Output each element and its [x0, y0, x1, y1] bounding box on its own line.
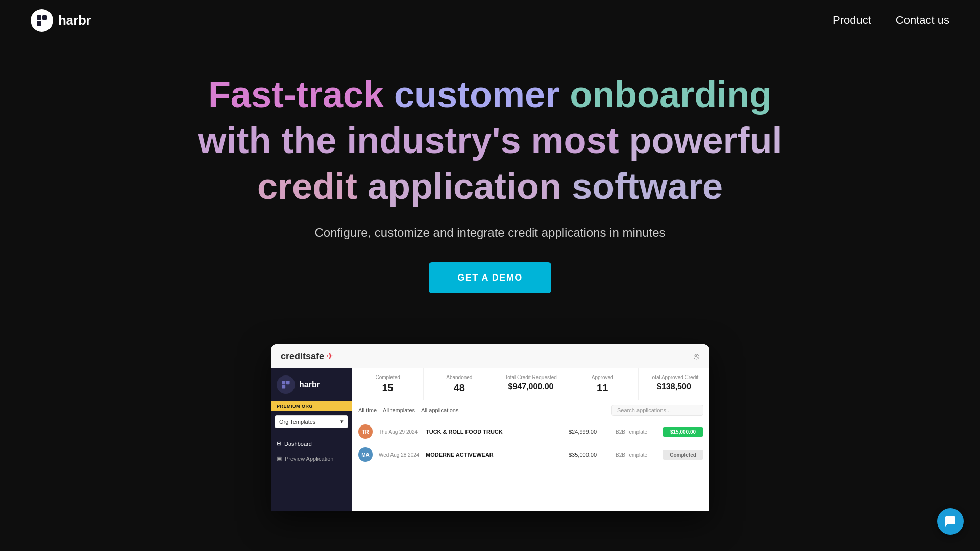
avatar-tr: TR: [358, 424, 373, 439]
row-name-0: TUCK & ROLL FOOD TRUCK: [426, 429, 562, 435]
sidebar-item-preview[interactable]: ▣ Preview Application: [271, 451, 352, 466]
filter-all-time[interactable]: All time: [358, 406, 377, 414]
sidebar: harbr PREMIUM ORG Org Templates ▾ ⊞ Dash…: [271, 368, 352, 511]
dashboard-body: harbr PREMIUM ORG Org Templates ▾ ⊞ Dash…: [271, 368, 709, 511]
svg-rect-2: [37, 21, 41, 26]
stat-abandoned: Abandoned 48: [424, 368, 495, 400]
svg-rect-5: [282, 385, 286, 389]
stat-abandoned-label: Abandoned: [432, 374, 486, 380]
row-amount-1: $35,000.00: [569, 452, 609, 458]
row-amount-0: $24,999.00: [569, 429, 609, 435]
hero-subtitle: Configure, customize and integrate credi…: [102, 226, 878, 240]
stat-approved-value: 11: [575, 382, 630, 394]
row-template-1: B2B Template: [616, 452, 656, 458]
sidebar-dropdown-label: Org Templates: [279, 419, 315, 425]
svg-rect-0: [37, 15, 41, 20]
stat-completed-label: Completed: [360, 374, 415, 380]
creditsafe-mark: ✈: [326, 350, 334, 362]
row-name-1: MODERNE ACTIVEWEAR: [426, 452, 562, 458]
nav-links: Product Contact us: [832, 14, 949, 27]
table-row: TR Thu Aug 29 2024 TUCK & ROLL FOOD TRUC…: [352, 420, 709, 443]
filter-all-templates[interactable]: All templates: [383, 406, 415, 414]
search-box[interactable]: Search applications...: [611, 405, 703, 416]
row-badge-0: $15,000.00: [663, 427, 703, 437]
svg-rect-4: [286, 381, 290, 385]
stat-total-credit: Total Credit Requested $947,000.00: [495, 368, 567, 400]
row-badge-1: Completed: [663, 450, 703, 460]
filter-all-applications[interactable]: All applications: [421, 406, 458, 414]
stat-completed-value: 15: [360, 382, 415, 394]
creditsafe-logo: creditsafe ✈: [281, 350, 334, 362]
navbar: harbr Product Contact us: [0, 0, 980, 41]
stat-approved: Approved 11: [567, 368, 639, 400]
stat-total-credit-label: Total Credit Requested: [503, 374, 558, 380]
logout-icon[interactable]: ⎋: [694, 351, 699, 362]
cta-button[interactable]: GET A DEMO: [429, 262, 551, 293]
filters-row: All time All templates All applications …: [352, 400, 709, 420]
sidebar-premium-badge: PREMIUM ORG: [271, 401, 352, 411]
stat-approved-credit-value: $138,500: [647, 382, 701, 391]
stat-approved-credit: Total Approved Credit $138,500: [639, 368, 709, 400]
row-template-0: B2B Template: [616, 429, 656, 435]
svg-rect-3: [282, 381, 286, 385]
row-date-0: Thu Aug 29 2024: [379, 429, 420, 435]
main-content: Completed 15 Abandoned 48 Total Credit R…: [352, 368, 709, 511]
stat-abandoned-value: 48: [432, 382, 486, 394]
logo-text: harbr: [58, 13, 91, 29]
stat-approved-credit-label: Total Approved Credit: [647, 374, 701, 380]
dashboard-topbar: creditsafe ✈ ⎋: [271, 344, 709, 368]
creditsafe-text: creditsafe: [281, 351, 324, 362]
hero-title: Fast-track customer onboarding with the …: [102, 71, 878, 209]
nav-product[interactable]: Product: [832, 14, 871, 27]
nav-contact[interactable]: Contact us: [896, 14, 949, 27]
table-row-1: MA Wed Aug 28 2024 MODERNE ACTIVEWEAR $3…: [352, 443, 709, 466]
stats-row: Completed 15 Abandoned 48 Total Credit R…: [352, 368, 709, 400]
avatar-ma: MA: [358, 447, 373, 462]
search-placeholder: Search applications...: [617, 407, 671, 413]
svg-rect-1: [42, 15, 47, 20]
stat-approved-label: Approved: [575, 374, 630, 380]
sidebar-item-dashboard-label: Dashboard: [284, 441, 312, 447]
dashboard-icon: ⊞: [277, 440, 281, 447]
sidebar-item-dashboard[interactable]: ⊞ Dashboard: [271, 436, 352, 451]
avatar-ma-initials: MA: [361, 452, 370, 458]
preview-icon: ▣: [277, 455, 282, 462]
sidebar-logo-text: harbr: [299, 380, 320, 389]
logo-icon: [31, 9, 53, 32]
chat-widget[interactable]: [937, 508, 964, 535]
avatar-tr-initials: TR: [362, 429, 369, 435]
hero-section: Fast-track customer onboarding with the …: [0, 41, 980, 319]
sidebar-logo: harbr: [271, 368, 352, 401]
sidebar-dropdown[interactable]: Org Templates ▾: [275, 415, 348, 428]
stat-completed: Completed 15: [352, 368, 424, 400]
stat-total-credit-value: $947,000.00: [503, 382, 558, 391]
sidebar-nav: ⊞ Dashboard ▣ Preview Application: [271, 432, 352, 470]
sidebar-logo-icon: [277, 375, 295, 394]
dashboard-preview: creditsafe ✈ ⎋ harbr PREMIUM ORG Org Tem…: [271, 344, 709, 511]
sidebar-item-preview-label: Preview Application: [285, 456, 333, 462]
row-date-1: Wed Aug 28 2024: [379, 452, 420, 458]
logo-area: harbr: [31, 9, 91, 32]
chevron-down-icon: ▾: [340, 418, 344, 425]
